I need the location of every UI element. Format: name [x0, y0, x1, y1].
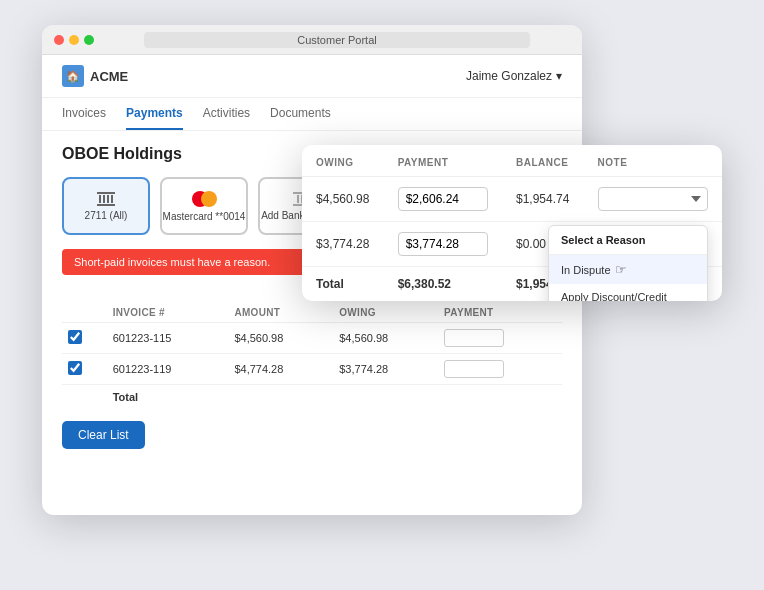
- popup-row1-balance: $1,954.74: [502, 177, 584, 222]
- tab-activities[interactable]: Activities: [203, 98, 250, 130]
- warning-text: Short-paid invoices must have a reason.: [74, 256, 270, 268]
- logo-text: ACME: [90, 69, 128, 84]
- payment-method-mastercard[interactable]: Mastercard **0014: [160, 177, 248, 235]
- row1-owing: $4,560.98: [333, 323, 438, 354]
- close-button[interactable]: [54, 35, 64, 45]
- table-total-row: Total: [62, 385, 562, 410]
- dropdown-menu: Select a Reason In Dispute ☞ Apply Disco…: [548, 225, 708, 301]
- popup-total-label: Total: [302, 267, 384, 302]
- row2-checkbox[interactable]: [68, 361, 82, 375]
- bank-icon: [97, 192, 115, 206]
- nav-tabs: Invoices Payments Activities Documents: [42, 98, 582, 131]
- table-row: 601223-119 $4,774.28 $3,774.28: [62, 354, 562, 385]
- row2-amount: $4,774.28: [228, 354, 333, 385]
- bank-label: 2711 (All): [85, 210, 128, 221]
- row2-payment-input[interactable]: [444, 360, 504, 378]
- col-invoice: INVOICE #: [107, 303, 229, 323]
- minimize-button[interactable]: [69, 35, 79, 45]
- popup-row2-owing: $3,774.28: [302, 222, 384, 267]
- dropdown-header: Select a Reason: [549, 226, 707, 255]
- user-name: Jaime Gonzalez: [466, 69, 552, 83]
- tab-documents[interactable]: Documents: [270, 98, 331, 130]
- clear-list-button[interactable]: Clear List: [62, 421, 145, 449]
- popup-total-payment: $6,380.52: [384, 267, 502, 302]
- chevron-down-icon: ▾: [556, 69, 562, 83]
- url-bar[interactable]: Customer Portal: [144, 32, 530, 48]
- table-row: 601223-115 $4,560.98 $4,560.98: [62, 323, 562, 354]
- popup-row-1: $4,560.98 $1,954.74: [302, 177, 722, 222]
- popup-row2-payment-input[interactable]: [398, 232, 488, 256]
- popup-col-note: NOTE: [584, 145, 722, 177]
- popup-row1-payment-input[interactable]: [398, 187, 488, 211]
- logo-area: 🏠 ACME: [62, 65, 128, 87]
- total-label: Total: [107, 385, 438, 410]
- warning-banner: Short-paid invoices must have a reason.: [62, 249, 322, 275]
- dropdown-item-apply-discount[interactable]: Apply Discount/Credit: [549, 284, 707, 301]
- popup-panel: OWING PAYMENT BALANCE NOTE $4,560.98 $1,…: [302, 145, 722, 301]
- in-dispute-label: In Dispute: [561, 264, 611, 276]
- payment-method-bank[interactable]: 2711 (All): [62, 177, 150, 235]
- traffic-lights: [54, 35, 94, 45]
- tab-payments[interactable]: Payments: [126, 98, 183, 130]
- popup-col-owing: OWING: [302, 145, 384, 177]
- row1-amount: $4,560.98: [228, 323, 333, 354]
- col-owing: OWING: [333, 303, 438, 323]
- invoice-table: INVOICE # AMOUNT OWING PAYMENT 601223-11…: [62, 303, 562, 409]
- row1-checkbox[interactable]: [68, 330, 82, 344]
- row2-invoice: 601223-119: [107, 354, 229, 385]
- row2-owing: $3,774.28: [333, 354, 438, 385]
- maximize-button[interactable]: [84, 35, 94, 45]
- cursor-icon: ☞: [615, 262, 627, 277]
- tab-invoices[interactable]: Invoices: [62, 98, 106, 130]
- col-amount: AMOUNT: [228, 303, 333, 323]
- logo-icon: 🏠: [62, 65, 84, 87]
- company-name: OBOE Holdings: [62, 145, 182, 163]
- dropdown-item-in-dispute[interactable]: In Dispute ☞: [549, 255, 707, 284]
- row1-invoice: 601223-115: [107, 323, 229, 354]
- popup-col-balance: BALANCE: [502, 145, 584, 177]
- popup-row1-note-select[interactable]: [598, 187, 708, 211]
- mastercard-label: Mastercard **0014: [163, 211, 246, 222]
- row1-payment-input[interactable]: [444, 329, 504, 347]
- popup-col-payment: PAYMENT: [384, 145, 502, 177]
- titlebar: Customer Portal: [42, 25, 582, 55]
- popup-row1-owing: $4,560.98: [302, 177, 384, 222]
- user-menu[interactable]: Jaime Gonzalez ▾: [466, 69, 562, 83]
- app-header: 🏠 ACME Jaime Gonzalez ▾: [42, 55, 582, 98]
- col-checkbox: [62, 303, 107, 323]
- mastercard-icon: [192, 191, 217, 207]
- col-payment: PAYMENT: [438, 303, 562, 323]
